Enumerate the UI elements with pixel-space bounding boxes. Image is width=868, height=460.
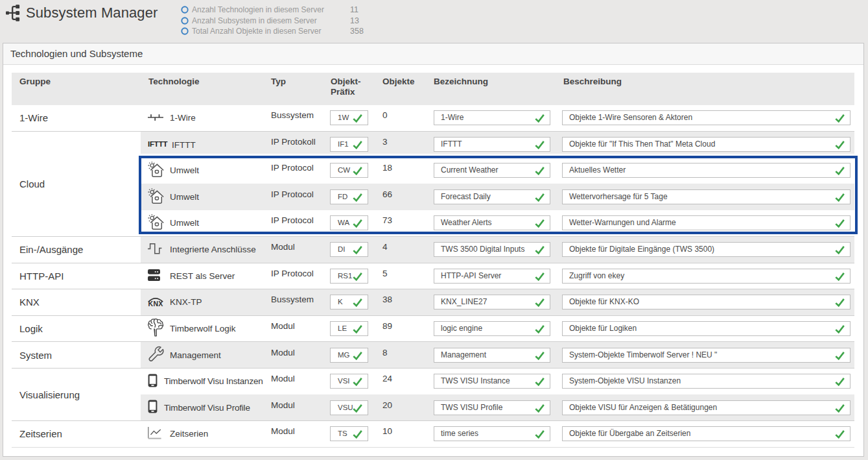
svg-text:KNX: KNX xyxy=(148,300,163,308)
